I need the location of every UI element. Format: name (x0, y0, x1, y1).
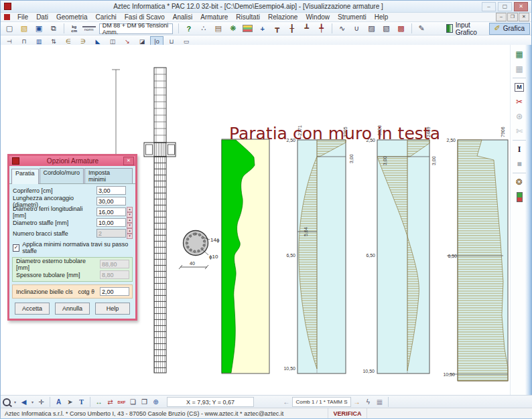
input-grafico-button[interactable]: Input Grafico (442, 23, 486, 34)
zoom-dropdown-icon[interactable]: ▾ (13, 397, 17, 407)
menu-carichi[interactable]: Carichi (92, 13, 121, 21)
diametro-ferri-input[interactable] (96, 207, 126, 216)
checkbox-checked-icon[interactable]: ✓ (13, 244, 19, 252)
company-address: Aztec Informatica s.r.l. * Corso Umberto… (1, 408, 328, 418)
annulla-button[interactable]: Annulla (55, 303, 90, 315)
spin-down-icon[interactable]: ▾ (127, 212, 133, 218)
vegetation-icon[interactable]: ❋ (226, 23, 240, 34)
menu-fasi-di-scavo[interactable]: Fasi di Scavo (121, 13, 169, 21)
axes-icon[interactable]: + (256, 23, 269, 34)
spin-up-icon[interactable]: ▴ (127, 207, 133, 212)
spin-up-icon[interactable]: ▴ (127, 218, 133, 223)
menu-dati[interactable]: Dati (32, 13, 52, 21)
shear-diagram: 2,50 -3820 2469 3,00 3,00 6,50 10,50 (362, 125, 436, 373)
open-folder-icon[interactable]: ▧ (17, 23, 31, 34)
bottom-toolbar: ▾ ◀ ▾ ✛ A ➤ T ↔ ⇄ DXF ❏ ❐ ⊕ X = 7,93; Y … (1, 395, 532, 408)
tab-cordolo-muro[interactable]: Cordolo/muro (40, 168, 84, 183)
cap-block (144, 143, 176, 157)
text-tool-icon[interactable]: T (76, 397, 86, 407)
soil-layers-icon[interactable] (241, 23, 255, 34)
flash-icon[interactable]: ϟ (363, 397, 373, 407)
menu-geometria[interactable]: Geometria (52, 13, 92, 21)
diametro-staffe-spinner[interactable]: ▴ ▾ (127, 218, 133, 228)
disp-depth-1050: 10,50 (443, 372, 455, 377)
units-kgcm-icon[interactable]: kg cm (68, 23, 81, 34)
dialog-title-bar[interactable]: Opzioni Armature ✕ (9, 156, 135, 166)
normative-combo[interactable]: DM 88 + DM 96 Tensioni Amm. (99, 23, 173, 34)
pile-head-icon[interactable]: ┳ (271, 23, 284, 34)
copy-icon[interactable]: ⧉ (47, 23, 60, 34)
measure-icon[interactable]: ↔ (94, 397, 104, 407)
delete-rebar-icon[interactable]: ✂ (512, 94, 527, 109)
menu-risultati[interactable]: Risultati (232, 13, 264, 21)
dxf-export-icon[interactable]: DXF (117, 397, 127, 407)
brick-wall-icon[interactable]: ▤ (212, 23, 225, 34)
menu-window[interactable]: Window (302, 13, 334, 21)
bielle-input[interactable] (100, 287, 129, 296)
separator (90, 397, 90, 407)
prev-combination-icon[interactable]: ← (281, 397, 291, 407)
mdi-restore-button[interactable]: ❐ (507, 13, 518, 21)
section-bars-label: 14ϕ (210, 237, 220, 243)
report-m-icon[interactable]: M (512, 80, 527, 94)
menu-strumenti[interactable]: Strumenti (334, 13, 371, 21)
combination-box[interactable]: Comb 1 / 1 * TAMM S (292, 397, 351, 407)
help-button[interactable]: Help (95, 303, 130, 315)
print-preview-icon[interactable]: ❐ (139, 397, 149, 407)
minimize-button[interactable]: – (482, 2, 496, 11)
notes-icon[interactable]: ✎ (415, 23, 428, 34)
normative-icon[interactable]: norm (82, 26, 96, 31)
channel-icon[interactable]: ∪ (350, 23, 364, 34)
pan-icon[interactable]: ✛ (36, 397, 46, 407)
spin-down-icon[interactable]: ▾ (127, 223, 133, 228)
mdi-minimize-button[interactable]: – (496, 13, 507, 21)
copriferro-input[interactable] (96, 186, 126, 195)
bielle-label: Inclinazione bielle cls (16, 288, 73, 295)
back-dropdown-icon[interactable]: ▾ (30, 397, 35, 407)
diametro-ferri-spinner[interactable]: ▴ ▾ (127, 207, 133, 218)
hatch-wall-icon[interactable]: ▧ (380, 23, 393, 34)
dimension-icon[interactable]: ⇄ (105, 397, 115, 407)
menu-help[interactable]: Help (371, 13, 393, 21)
ancoraggio-input[interactable] (96, 197, 126, 205)
new-file-icon[interactable]: ▢ (3, 23, 16, 34)
next-combination-icon[interactable]: → (352, 397, 362, 407)
font-icon[interactable]: A (54, 397, 64, 407)
menu-analisi[interactable]: Analisi (169, 13, 196, 21)
rebar-table-icon[interactable]: ▦ (512, 47, 527, 62)
diametro-staffe-input[interactable] (96, 218, 126, 227)
nodes-icon[interactable]: ∴ (197, 23, 210, 34)
menu-file[interactable]: File (13, 13, 32, 21)
mdi-close-button[interactable]: ✕ (519, 13, 529, 21)
colorbar-icon[interactable] (512, 189, 527, 204)
spring-icon[interactable]: ∿ (336, 23, 349, 34)
maximize-button[interactable]: ▢ (498, 2, 512, 11)
globe-icon[interactable]: ⊕ (151, 397, 161, 407)
section-stirrups-label: ϕ10 (209, 254, 218, 260)
pile-section-icon[interactable]: ╂ (285, 23, 299, 34)
back-icon[interactable]: ◀ (19, 397, 29, 407)
menu-armature[interactable]: Armature (196, 13, 232, 21)
report-icon[interactable]: ❏ (128, 397, 138, 407)
grid-view-icon[interactable]: ▦ (375, 397, 385, 407)
hatch-delete-icon[interactable]: ▩ (395, 23, 408, 34)
pile-anchor-icon[interactable]: ╇ (315, 23, 328, 34)
tab-imposta-minimi[interactable]: Imposta minimi (84, 168, 133, 183)
tab-paratia[interactable]: Paratia (11, 169, 39, 184)
zoom-icon[interactable] (1, 397, 11, 407)
ibeam-icon[interactable]: I (512, 142, 527, 157)
save-icon[interactable]: ▣ (32, 23, 46, 34)
disp-depth-250: 2,50 (446, 138, 456, 143)
menu-relazione[interactable]: Relazione (264, 13, 302, 21)
close-button[interactable]: ✕ (514, 2, 528, 11)
input-grafico-label: Input Grafico (456, 21, 482, 36)
pile-base-icon[interactable]: ┻ (300, 23, 314, 34)
grafica-button[interactable]: ✐ Grafica (489, 23, 530, 35)
hatch-section-icon[interactable]: ▨ (365, 23, 379, 34)
accetta-button[interactable]: Accetta (15, 303, 50, 315)
pointer-icon[interactable]: ➤ (65, 397, 75, 407)
wall-query-icon[interactable]: ? (182, 23, 196, 34)
minimi-normativa-checkbox-row[interactable]: ✓ Applica minimi normativa travi su pass… (13, 241, 133, 254)
dialog-close-button[interactable]: ✕ (123, 157, 134, 165)
options-gear-icon[interactable]: ❂ (512, 175, 527, 189)
